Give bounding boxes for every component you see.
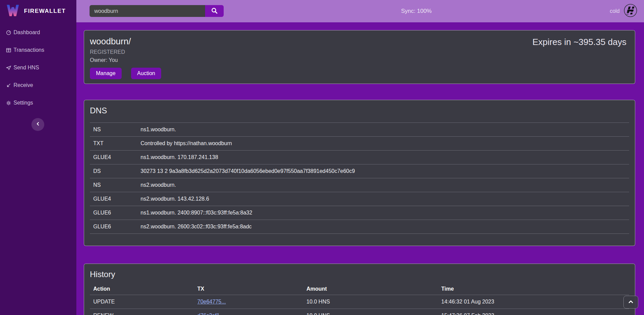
topbar-right: cold bbox=[610, 0, 637, 22]
auction-button[interactable]: Auction bbox=[131, 68, 161, 79]
brand-name: FIREWALLET bbox=[24, 8, 66, 15]
history-col-action: Action bbox=[90, 283, 194, 295]
dns-record-value: ns2.woodburn. bbox=[137, 178, 629, 192]
wallet-name: cold bbox=[610, 8, 620, 14]
tx-link[interactable]: d76c2ef1... bbox=[197, 313, 224, 315]
domain-card: woodburn/ REGISTERED Owner: You Manage A… bbox=[84, 30, 635, 84]
history-amount: 10.0 HNS bbox=[303, 295, 438, 309]
dns-row: GLUE4 ns1.woodburn. 170.187.241.138 bbox=[90, 151, 629, 164]
search-group bbox=[90, 5, 224, 17]
history-time: 14:46:32 01 Aug 2023 bbox=[438, 295, 629, 309]
dns-record-value: ns1.woodburn. 170.187.241.138 bbox=[137, 151, 629, 164]
search-button[interactable] bbox=[205, 5, 224, 17]
sidebar-collapse-button[interactable] bbox=[31, 118, 44, 131]
dns-record-type: GLUE6 bbox=[90, 206, 137, 220]
history-row: RENEW d76c2ef1... 10.0 HNS 15:47:36 07 F… bbox=[90, 309, 629, 315]
history-col-time: Time bbox=[438, 283, 629, 295]
tx-link[interactable]: 70e64775... bbox=[197, 299, 226, 305]
send-plane-icon bbox=[6, 65, 11, 70]
dns-row: NS ns1.woodburn. bbox=[90, 123, 629, 137]
chevron-left-icon bbox=[35, 121, 40, 128]
dns-record-type: NS bbox=[90, 178, 137, 192]
sidebar-nav: Dashboard Transactions Send HNS Receive … bbox=[0, 24, 76, 112]
scroll-to-top-button[interactable] bbox=[623, 296, 638, 309]
sidebar-item-label: Receive bbox=[14, 82, 33, 88]
dns-record-value: 30273 13 2 9a3a8fb3d625d2a2073d740f10da6… bbox=[137, 164, 629, 178]
dns-record-type: TXT bbox=[90, 137, 137, 151]
transactions-table-icon bbox=[6, 48, 11, 53]
dns-row: GLUE6 ns1.woodburn. 2400:8907::f03c:93ff… bbox=[90, 206, 629, 220]
history-time: 15:47:36 07 Feb 2023 bbox=[438, 309, 629, 315]
dns-record-type: GLUE6 bbox=[90, 220, 137, 234]
dns-record-value: Controlled by https://nathan.woodburn bbox=[137, 137, 629, 151]
dns-row: NS ns2.woodburn. bbox=[90, 178, 629, 192]
sidebar-item-label: Transactions bbox=[14, 47, 44, 53]
sidebar-item-send-hns[interactable]: Send HNS bbox=[0, 59, 76, 76]
sidebar-item-label: Send HNS bbox=[14, 65, 39, 71]
domain-buttons: Manage Auction bbox=[90, 68, 629, 79]
history-row: UPDATE 70e64775... 10.0 HNS 14:46:32 01 … bbox=[90, 295, 629, 309]
firewallet-w-logo-icon bbox=[6, 4, 20, 18]
dns-row: GLUE6 ns2.woodburn. 2600:3c02::f03c:93ff… bbox=[90, 220, 629, 234]
topbar: Sync: 100% cold bbox=[76, 0, 644, 22]
sidebar-item-label: Settings bbox=[14, 100, 33, 106]
dns-card: DNS NS ns1.woodburn. TXT Controlled by h… bbox=[84, 100, 635, 246]
history-title: History bbox=[90, 270, 629, 279]
handshake-logo-icon[interactable] bbox=[624, 4, 637, 19]
history-amount: 10.0 HNS bbox=[303, 309, 438, 315]
manage-button[interactable]: Manage bbox=[90, 68, 122, 79]
receive-arrow-icon bbox=[6, 83, 11, 88]
history-header-row: Action TX Amount Time bbox=[90, 283, 629, 295]
dns-row: DS 30273 13 2 9a3a8fb3d625d2a2073d740f10… bbox=[90, 164, 629, 178]
settings-gear-icon bbox=[6, 100, 11, 106]
search-icon bbox=[211, 7, 218, 15]
dns-record-type: DS bbox=[90, 164, 137, 178]
search-input[interactable] bbox=[90, 5, 205, 17]
sidebar: FIREWALLET Dashboard Transactions Send H… bbox=[0, 0, 76, 315]
history-action: UPDATE bbox=[90, 295, 194, 309]
dns-record-type: GLUE4 bbox=[90, 192, 137, 206]
dns-record-value: ns2.woodburn. 143.42.128.6 bbox=[137, 192, 629, 206]
domain-expiry: Expires in ~395.35 days bbox=[532, 37, 626, 47]
sidebar-item-dashboard[interactable]: Dashboard bbox=[0, 24, 76, 41]
dns-title: DNS bbox=[90, 106, 629, 115]
dns-table: NS ns1.woodburn. TXT Controlled by https… bbox=[90, 122, 629, 234]
sidebar-item-transactions[interactable]: Transactions bbox=[0, 41, 76, 59]
chevron-up-icon bbox=[628, 299, 634, 305]
dns-row: TXT Controlled by https://nathan.woodbur… bbox=[90, 137, 629, 151]
dns-record-value: ns1.woodburn. 2400:8907::f03c:93ff:fe5a:… bbox=[137, 206, 629, 220]
dashboard-gauge-icon bbox=[6, 30, 11, 35]
history-card: History Action TX Amount Time UPDATE 70e… bbox=[84, 264, 635, 315]
history-table: Action TX Amount Time UPDATE 70e64775...… bbox=[90, 283, 629, 315]
domain-status: REGISTERED bbox=[90, 49, 629, 55]
main-content: woodburn/ REGISTERED Owner: You Manage A… bbox=[76, 22, 644, 315]
dns-row: GLUE4 ns2.woodburn. 143.42.128.6 bbox=[90, 192, 629, 206]
dns-record-value: ns2.woodburn. 2600:3c02::f03c:93ff:fe5a:… bbox=[137, 220, 629, 234]
sync-status: Sync: 100% bbox=[401, 0, 432, 22]
history-col-tx: TX bbox=[194, 283, 303, 295]
history-action: RENEW bbox=[90, 309, 194, 315]
dns-record-type: GLUE4 bbox=[90, 151, 137, 164]
sidebar-item-label: Dashboard bbox=[14, 29, 40, 36]
dns-record-value: ns1.woodburn. bbox=[137, 123, 629, 137]
dns-record-type: NS bbox=[90, 123, 137, 137]
domain-owner: Owner: You bbox=[90, 57, 629, 63]
sidebar-item-receive[interactable]: Receive bbox=[0, 76, 76, 94]
history-col-amount: Amount bbox=[303, 283, 438, 295]
sidebar-item-settings[interactable]: Settings bbox=[0, 94, 76, 112]
brand[interactable]: FIREWALLET bbox=[0, 0, 76, 22]
